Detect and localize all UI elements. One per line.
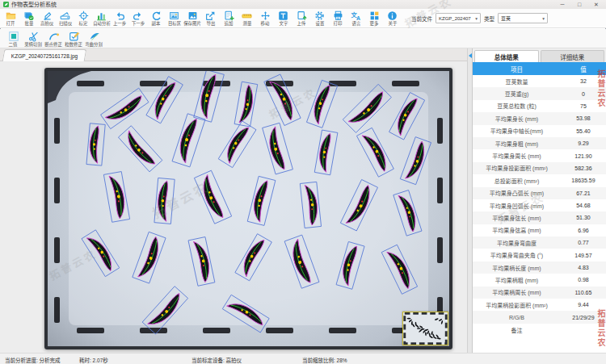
text-icon	[278, 10, 288, 21]
export-icon	[205, 10, 216, 21]
tool-label: 断点修正	[45, 42, 63, 47]
metric-value: 149.57	[561, 249, 606, 261]
tool-label: 扫描仪	[59, 21, 72, 26]
metric-value: 9.44	[561, 299, 606, 311]
status-progress: 当前分析进度: 分析完成	[5, 356, 61, 364]
results-tab-detailed[interactable]: 详细结果	[541, 50, 605, 62]
tool-save-image[interactable]: 保存图片	[183, 10, 202, 27]
tool-count-fix[interactable]: 粒数修正	[64, 31, 84, 48]
tool-move[interactable]: 移动	[256, 10, 275, 27]
auto-analyze-icon	[96, 10, 107, 21]
tool-undo[interactable]: 上一步	[111, 10, 129, 27]
tool-append[interactable]: 追加	[220, 10, 238, 27]
results-tab-overall[interactable]: 总体结果	[474, 50, 539, 62]
about-icon	[387, 10, 398, 21]
tool-target-area[interactable]: 目标区	[166, 10, 184, 27]
maximize-button[interactable]: □	[575, 0, 583, 9]
tool-scanner[interactable]: 扫描仪	[57, 10, 75, 27]
tool-text[interactable]: 文字	[275, 10, 293, 27]
tool-export[interactable]: 导出	[202, 10, 221, 27]
metric-value: 110.65	[561, 287, 606, 299]
tool-label: 移动	[261, 21, 270, 26]
file-controls: 当前文件 KZGP_202407 ▾ 类型 豆荚 ▾	[411, 10, 548, 23]
metric-label: 平均果身弦高 (mm)	[473, 224, 561, 236]
metric-label: 平均果柄粗 (mm)	[473, 274, 561, 286]
tool-breakpoint-fix[interactable]: 断点修正	[44, 31, 64, 48]
table-row: 平均果身长 (mm)53.98	[473, 112, 606, 124]
metric-label: 平均果身长 (mm)	[473, 112, 561, 124]
main-toolbar-items: 打开批量高拍仪扫描仪标定自动分析上一步下一步副本目标区保存图片导出追加测量移动文…	[2, 10, 402, 27]
image-file-tab[interactable]: KZGP_20240725161728.jpg	[2, 49, 87, 61]
metric-label: 平均果身粗 (mm)	[473, 137, 561, 149]
tool-redo[interactable]: 下一步	[129, 10, 148, 27]
tool-measure[interactable]: 测量	[238, 10, 257, 27]
tool-more[interactable]: 更多	[365, 10, 384, 27]
overview-thumbnail[interactable]	[402, 312, 448, 345]
svg-text:A: A	[356, 15, 360, 21]
secondary-toolbar: 二值果柄切割断点修正粒数修正弯曲分割	[0, 29, 606, 48]
tool-copy[interactable]: 副本	[147, 10, 166, 27]
metric-label: 平均果身凸弧长 (mm)	[473, 187, 561, 199]
language-icon: 文A	[351, 10, 361, 21]
tool-settings[interactable]: 设置	[311, 10, 330, 27]
metric-label: 备注	[473, 324, 561, 336]
tool-label: 批量	[24, 21, 33, 26]
tool-language[interactable]: 文A语言	[347, 10, 366, 27]
tool-bend-split[interactable]: 弯曲分割	[84, 31, 104, 48]
table-row: R/G/B21/29/29	[473, 311, 606, 323]
status-bar: 当前分析进度: 分析完成 耗时: 2.07秒 当前标定设备: 高拍仪 当前缩放比…	[0, 353, 606, 364]
tool-label: 上传	[297, 21, 306, 26]
tool-about[interactable]: 关于	[384, 10, 402, 27]
tool-calibration[interactable]: 标定	[74, 10, 93, 27]
metric-value: 54.68	[561, 199, 606, 211]
minimize-button[interactable]: ─	[558, 0, 566, 9]
collapse-panel-icon[interactable]	[469, 53, 472, 58]
table-row: 平均果柄长度 (mm)4.83	[473, 261, 606, 274]
tool-open-folder[interactable]: 打开	[2, 10, 20, 27]
metric-label: 平均果身投影面积 (mm²)	[473, 162, 561, 174]
tool-binary[interactable]: 二值	[3, 31, 23, 48]
tool-batch[interactable]: 批量	[20, 10, 39, 27]
close-button[interactable]: ✕	[592, 0, 600, 9]
metric-value: 4.83	[561, 261, 606, 274]
tool-label: 高拍仪	[40, 21, 53, 26]
metric-value: 582.36	[561, 162, 606, 174]
tool-upload[interactable]: 上传	[292, 10, 311, 27]
tool-auto-analyze[interactable]: 自动分析	[93, 10, 112, 27]
metric-label: 豆荚总粒数 (粒)	[473, 100, 561, 112]
undo-icon	[115, 10, 125, 21]
panel-splitter[interactable]	[467, 48, 473, 353]
table-row: 平均果身周长 (mm)121.90	[473, 149, 606, 161]
metric-value: 55.40	[561, 125, 606, 137]
tool-label: 测量	[242, 21, 251, 26]
move-icon	[260, 10, 271, 21]
tool-label: 打印	[334, 21, 343, 26]
metric-value: 0.77	[561, 236, 606, 249]
tool-label: 粒数修正	[65, 42, 83, 47]
tool-stem-cut[interactable]: 果柄切割	[23, 31, 44, 48]
metric-label: 平均果柄长度 (mm)	[473, 261, 561, 274]
print-icon	[333, 10, 343, 21]
tool-doc-camera[interactable]: 高拍仪	[38, 10, 57, 27]
metric-label: R/G/B	[473, 311, 561, 323]
tool-print[interactable]: 打印	[329, 10, 347, 27]
table-row: 平均果身粗 (mm)9.29	[473, 137, 606, 149]
type-select[interactable]: 豆荚 ▾	[498, 13, 548, 23]
chevron-down-icon: ▾	[475, 16, 478, 21]
tool-label: 保存图片	[183, 21, 201, 26]
metric-value: 53.98	[561, 112, 606, 124]
table-row: 豆荚重(g)0	[473, 87, 606, 99]
table-row: 平均果身弯曲度0.77	[473, 236, 606, 249]
metric-value: 75	[561, 100, 606, 112]
upload-icon	[297, 10, 307, 21]
doc-camera-icon	[42, 10, 53, 21]
results-panel-tabs: 总体结果详细结果	[473, 48, 606, 62]
current-file-select[interactable]: KZGP_202407 ▾	[436, 13, 481, 23]
app-icon	[3, 2, 9, 7]
metric-value: 21/29/29	[561, 311, 606, 323]
title-bar: 作物表型分析系统 ─ □ ✕	[0, 0, 606, 9]
image-canvas[interactable]	[44, 68, 452, 349]
table-row: 平均果柄粗 (mm)0.98	[473, 274, 606, 286]
metric-label: 平均果柄周长 (mm)	[473, 287, 561, 299]
metric-value: 121.90	[561, 149, 606, 161]
